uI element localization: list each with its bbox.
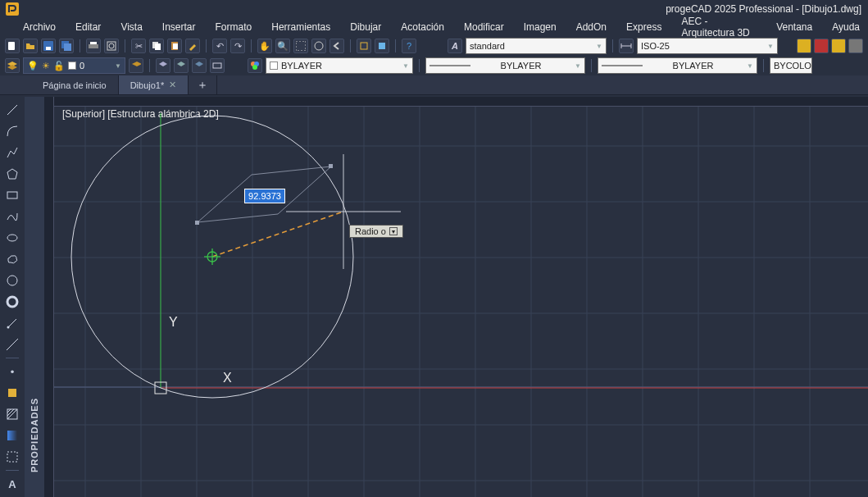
circle-tool-icon[interactable] — [4, 272, 20, 289]
revcloud-tool-icon[interactable] — [4, 251, 20, 267]
menu-insertar[interactable]: Insertar — [154, 20, 204, 34]
menu-formato[interactable]: Formato — [207, 20, 261, 34]
menu-imagen[interactable]: Imagen — [516, 20, 565, 34]
tool-a-icon[interactable] — [357, 39, 371, 53]
arc-tool-icon[interactable] — [4, 123, 20, 139]
layer-manager-icon[interactable] — [5, 58, 20, 73]
style-icon[interactable]: A — [448, 39, 462, 53]
text-style-value: standard — [470, 41, 505, 51]
cut-icon[interactable]: ✂ — [131, 39, 146, 53]
menu-vista[interactable]: Vista — [112, 20, 150, 34]
hatch-tool-icon[interactable] — [4, 406, 20, 422]
drawing-canvas[interactable]: [Superior] [Estructura alámbrica 2D] — [44, 97, 868, 497]
mtext-tool-icon[interactable]: A — [4, 476, 20, 492]
lineweight-dropdown[interactable]: BYLAYER ▼ — [598, 57, 757, 74]
svg-point-27 — [7, 276, 17, 285]
menu-editar[interactable]: Editar — [67, 20, 109, 34]
close-icon[interactable]: ✕ — [169, 80, 176, 90]
layer-tool-a-icon[interactable] — [156, 58, 170, 73]
tab-home-label: Página de inicio — [43, 80, 107, 90]
layer-prev-icon[interactable] — [129, 58, 143, 73]
chevron-down-icon: ▼ — [402, 62, 409, 70]
solid-yellow-icon[interactable] — [797, 39, 811, 53]
svg-point-21 — [252, 65, 257, 70]
menu-express[interactable]: Express — [618, 20, 670, 34]
spline-tool-icon[interactable] — [4, 208, 20, 225]
redo-icon[interactable]: ↷ — [230, 39, 245, 53]
pan-icon[interactable]: ✋ — [257, 39, 272, 53]
plot-style-dropdown[interactable]: BYCOLOR — [770, 57, 812, 74]
new-file-icon[interactable] — [5, 39, 20, 53]
donut-tool-icon[interactable] — [4, 294, 20, 310]
copy-icon[interactable] — [149, 39, 164, 53]
solid-yellow2-icon[interactable] — [831, 39, 846, 53]
svg-rect-25 — [7, 192, 17, 198]
zoom-extents-icon[interactable] — [311, 39, 326, 53]
menu-aec[interactable]: AEC - Arquitectura 3D — [673, 14, 765, 40]
xline-tool-icon[interactable] — [4, 336, 20, 353]
properties-panel-collapsed[interactable]: PROPIEDADES — [25, 97, 44, 497]
polyline-tool-icon[interactable] — [4, 144, 20, 161]
solid-gray-icon[interactable] — [848, 39, 863, 53]
open-file-icon[interactable] — [23, 39, 38, 53]
color-dropdown[interactable]: BYLAYER ▼ — [266, 57, 413, 74]
svg-point-9 — [109, 43, 114, 48]
print-preview-icon[interactable] — [104, 39, 119, 53]
toolbar-row-1: ✂ ↶ ↷ ✋ 🔍 ? A standard ▼ ISO-25 ▼ — [0, 36, 868, 56]
dynamic-radius-input[interactable]: 92.9373 — [244, 189, 285, 203]
properties-panel-label: PROPIEDADES — [30, 398, 39, 472]
svg-text:Y: Y — [169, 315, 178, 329]
line-tool-icon[interactable] — [4, 102, 20, 118]
tab-new-button[interactable]: ＋ — [189, 75, 217, 94]
layer-tool-b-icon[interactable] — [174, 58, 189, 73]
ellipse-tool-icon[interactable] — [4, 230, 20, 246]
help-icon[interactable]: ? — [402, 39, 416, 53]
paste-icon[interactable] — [167, 39, 182, 53]
canvas-graphics: X Y — [44, 97, 868, 497]
rectangle-tool-icon[interactable] — [4, 187, 20, 203]
linetype-dropdown[interactable]: BYLAYER ▼ — [425, 57, 585, 74]
ray-tool-icon[interactable] — [4, 315, 20, 331]
command-tooltip: Radio o ▾ — [349, 225, 403, 238]
match-icon[interactable] — [185, 39, 200, 53]
layer-tool-c-icon[interactable] — [192, 58, 207, 73]
polygon-tool-icon[interactable] — [4, 166, 20, 182]
zoom-in-icon[interactable]: 🔍 — [275, 39, 290, 53]
menu-dibujar[interactable]: Dibujar — [342, 20, 389, 34]
chevron-down-icon: ▼ — [596, 43, 602, 50]
menu-archivo[interactable]: Archivo — [15, 20, 64, 34]
menu-modificar[interactable]: Modificar — [456, 20, 512, 34]
menu-acotacion[interactable]: Acotación — [393, 20, 452, 34]
print-icon[interactable] — [86, 39, 101, 53]
undo-icon[interactable]: ↶ — [212, 39, 227, 53]
text-style-dropdown[interactable]: standard ▼ — [466, 38, 607, 54]
menu-herramientas[interactable]: Herramientas — [263, 20, 339, 34]
lineweight-value: BYLAYER — [673, 61, 714, 71]
save-icon[interactable] — [41, 39, 56, 53]
dim-style-icon[interactable] — [619, 39, 634, 53]
gradient-tool-icon[interactable] — [4, 427, 20, 444]
dropdown-hint-icon: ▾ — [389, 227, 398, 235]
zoom-window-icon[interactable] — [293, 39, 308, 53]
solid-red-icon[interactable] — [814, 39, 829, 53]
block-tool-icon[interactable] — [4, 385, 20, 401]
menu-addon[interactable]: AddOn — [568, 20, 615, 34]
point-tool-icon[interactable]: • — [4, 363, 20, 380]
save-all-icon[interactable] — [59, 39, 74, 53]
menu-ventana[interactable]: Ventana — [768, 20, 820, 34]
layer-tool-d-icon[interactable] — [210, 58, 225, 73]
svg-rect-7 — [90, 42, 97, 44]
zoom-prev-icon[interactable] — [329, 39, 344, 53]
svg-line-35 — [7, 409, 14, 416]
tab-home[interactable]: Página de inicio — [31, 75, 119, 94]
svg-point-28 — [7, 297, 17, 307]
layer-dropdown[interactable]: 💡 ☀ 🔓 0 ▼ — [23, 57, 125, 74]
app-logo-icon — [3, 0, 21, 18]
svg-line-31 — [7, 339, 18, 350]
region-tool-icon[interactable] — [4, 449, 20, 465]
menu-ayuda[interactable]: Ayuda — [824, 20, 868, 34]
tool-b-icon[interactable] — [375, 39, 389, 53]
color-picker-icon[interactable] — [248, 58, 262, 73]
tab-drawing-1[interactable]: Dibujo1* ✕ — [119, 75, 189, 94]
dim-style-dropdown[interactable]: ISO-25 ▼ — [637, 38, 778, 54]
